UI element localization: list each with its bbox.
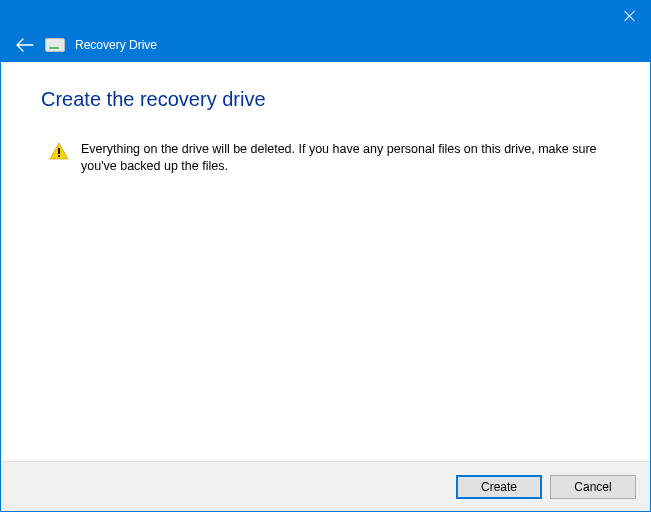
header-bar: Recovery Drive	[1, 31, 650, 62]
warning-message: Everything on the drive will be deleted.…	[41, 141, 610, 175]
cancel-button[interactable]: Cancel	[550, 475, 636, 499]
recovery-drive-icon	[45, 38, 65, 52]
close-icon[interactable]	[624, 10, 636, 22]
content-area: Create the recovery drive Everything on …	[1, 62, 650, 461]
create-button[interactable]: Create	[456, 475, 542, 499]
back-arrow-icon	[16, 38, 34, 52]
page-heading: Create the recovery drive	[41, 88, 610, 111]
back-button[interactable]	[15, 35, 35, 55]
svg-rect-1	[58, 155, 60, 157]
warning-icon	[49, 142, 69, 160]
footer-bar: Create Cancel	[1, 461, 650, 511]
warning-text: Everything on the drive will be deleted.…	[81, 141, 601, 175]
wizard-window: Recovery Drive Create the recovery drive…	[0, 0, 651, 512]
titlebar	[1, 1, 650, 31]
svg-rect-0	[58, 148, 60, 154]
window-title: Recovery Drive	[75, 38, 157, 52]
